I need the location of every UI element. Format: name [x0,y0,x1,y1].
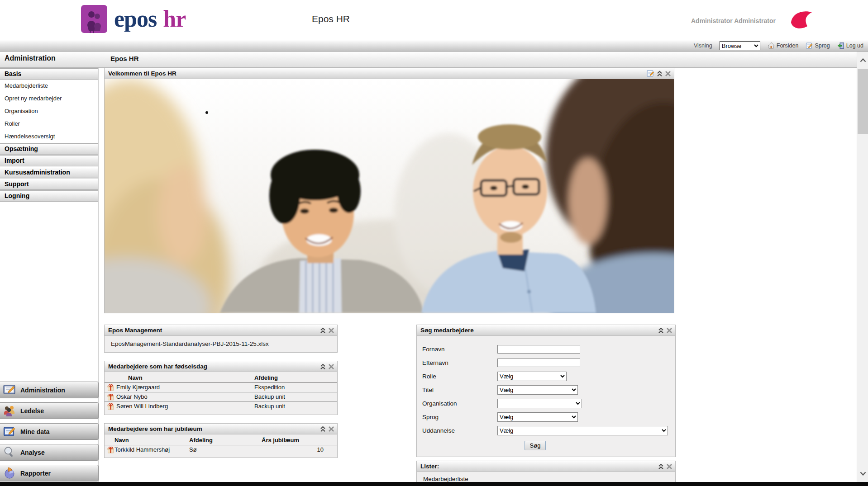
home-icon [768,42,775,49]
sidebar-item-organisation[interactable]: Organisation [0,105,98,118]
close-icon[interactable] [328,363,334,370]
fornavn-label: Fornavn [422,346,497,353]
magnifier-icon [3,446,16,459]
list-link-medarbejderliste[interactable]: Medarbejderliste [417,472,675,482]
efternavn-input[interactable] [497,359,580,367]
epos-management-panel: Epos Management EposManagement-Standarda… [104,325,338,353]
nav-button-administration[interactable]: Administration [0,382,99,398]
collapse-icon[interactable] [658,463,664,470]
sidebar-item-logning[interactable]: Logning [0,190,98,202]
close-icon[interactable] [328,426,334,432]
search-panel-header: Søg medarbejdere [417,325,675,336]
close-widget-button[interactable] [328,363,334,370]
edit-widget-button[interactable] [647,70,654,77]
notes-pencil-icon [3,425,16,438]
content-page-title: Epos HR [110,55,139,62]
uddannelse-select[interactable]: Vælg [497,426,668,435]
collapse-widget-button[interactable] [658,463,664,470]
collapse-widget-button[interactable] [320,426,326,432]
forsiden-button[interactable]: Forsiden [768,42,799,49]
scroll-up-button[interactable] [857,54,868,66]
sidebar-item-basis[interactable]: Basis [0,68,98,80]
sidebar-item-medarbejderliste[interactable]: Medarbejderliste [0,80,98,92]
welcome-panel-header: Velkommen til Epos HR [105,68,674,79]
table-row[interactable]: Emily KjærgaardEkspedition [105,383,337,392]
sidebar-item-opret-ny-medarbejder[interactable]: Opret ny medarbejder [0,92,98,105]
years-cell: 10 [262,445,337,455]
nav-button-mine-data[interactable]: Mine data [0,423,99,440]
table-row[interactable]: Torkkild HammershøjSø10 [105,445,337,455]
collapse-icon[interactable] [320,426,326,432]
gift-icon [107,384,114,391]
sidebar-item-kursusadministration[interactable]: Kursusadministration [0,167,98,178]
jubilee-panel-header: Medarbejdere som har jubilæum [105,424,337,434]
close-widget-button[interactable] [328,327,334,334]
module-nav-buttons: Administration Ledelse Mine data [0,382,99,486]
collapse-widget-button[interactable] [658,327,664,334]
sidebar-item-import[interactable]: Import [0,155,98,166]
collapse-widget-button[interactable] [657,71,663,77]
nav-button-ledelse[interactable]: Ledelse [0,402,99,419]
welcome-panel-title: Velkommen til Epos HR [108,70,644,77]
collapse-icon[interactable] [658,327,664,334]
taskbar-edge [0,482,868,486]
nav-button-analyse[interactable]: Analyse [0,444,99,461]
close-widget-button[interactable] [328,426,334,432]
close-icon[interactable] [665,71,671,77]
scroll-down-button[interactable] [857,467,868,479]
close-widget-button[interactable] [666,463,672,470]
birthday-table: NavnAfdeling Emily KjærgaardEkspedition … [105,373,337,411]
sidebar-item-support[interactable]: Support [0,179,98,190]
close-widget-button[interactable] [666,327,672,334]
rolle-select[interactable]: Vælg [497,372,567,381]
jubilee-panel: Medarbejdere som har jubilæum NavnAfdeli… [104,423,338,458]
edit-icon[interactable] [647,70,654,77]
nav-button-rapporter[interactable]: Rapporter [0,465,99,481]
close-icon[interactable] [666,463,672,470]
sidebar-item-ops-tning[interactable]: Opsætning [0,143,98,155]
visning-label: Visning [694,42,712,49]
sidebar-item-roller[interactable]: Roller [0,118,98,130]
employee-name-cell: Torkkild Hammershøj [114,445,189,455]
logged-in-user: Administrator Administrator [691,17,782,24]
view-mode-select[interactable]: Browse [720,41,760,50]
log-ud-button[interactable]: Log ud [837,42,863,49]
spacer-cell [105,373,116,383]
collapse-icon[interactable] [320,327,326,334]
management-file-link[interactable]: EposManagement-Standardanalyser-PBJ-2015… [105,336,337,347]
log-ud-label: Log ud [846,42,863,49]
fornavn-input[interactable] [497,345,580,354]
employee-name-cell: Søren Will Lindberg [116,402,254,411]
sprog-button[interactable]: Sprog [806,42,830,49]
collapse-widget-button[interactable] [320,327,326,334]
department-cell: Sø [189,445,262,455]
pie-chart-icon [3,467,16,480]
collapse-icon[interactable] [657,71,663,77]
department-cell: Ekspedition [254,383,337,392]
scrollbar-thumb[interactable] [858,69,868,134]
sprog-label: Sprog [422,414,497,420]
sidebar-item-h-ndelsesoversigt[interactable]: Hændelsesoversigt [0,130,98,143]
close-widget-button[interactable] [665,71,671,77]
sidebar-title: Administration [5,54,56,62]
collapse-widget-button[interactable] [320,363,326,370]
search-button[interactable]: Søg [525,441,546,450]
organisation-select[interactable] [497,399,582,408]
collapse-icon[interactable] [320,363,326,370]
vertical-scrollbar[interactable] [857,52,868,482]
efternavn-label: Efternavn [422,359,497,366]
table-row[interactable]: Søren Will LindbergBackup unit [105,402,337,411]
nav-label: Mine data [20,428,50,435]
sprog-select[interactable]: Vælg [497,412,578,422]
epos-logo-mark-icon [81,5,108,33]
page-title: Epos HR [312,14,350,24]
close-icon[interactable] [666,327,672,334]
table-row[interactable]: Oskar NyboBackup unit [105,392,337,402]
titel-select[interactable]: Vælg [497,385,578,395]
lists-panel-title: Lister: [420,463,656,470]
column-header-afdeling: Afdeling [254,373,337,383]
close-icon[interactable] [328,327,334,334]
search-panel-title: Søg medarbejdere [420,327,656,334]
column-header-navn: Navn [116,373,254,383]
logo-text-epos: epos [114,5,157,33]
